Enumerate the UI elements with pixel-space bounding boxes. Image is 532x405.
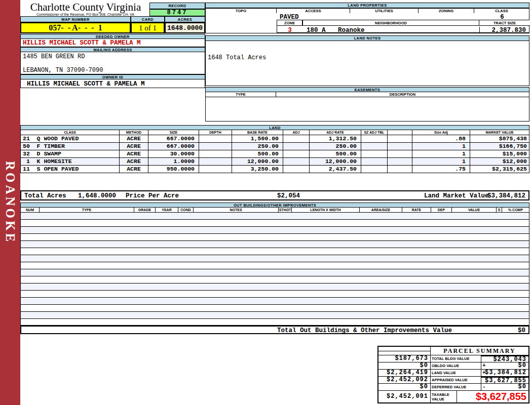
land-class: 11 S OPEN PAVED: [21, 166, 120, 173]
land-base-rate: 12,000.00: [232, 158, 283, 165]
land-blank: [388, 143, 412, 150]
land-size: 30.0000: [148, 150, 199, 157]
ps-value-text: $0: [518, 383, 526, 390]
ps-value-text: $0: [518, 362, 526, 369]
land-col-blank: [388, 130, 412, 135]
ps-op: -: [482, 384, 486, 390]
price-per-acre-label: Price Per Acre: [126, 192, 179, 199]
land-depth: [199, 150, 232, 157]
land-notes-text: 1648 Total Acres: [208, 54, 266, 61]
land-base-rate: 250.00: [232, 143, 283, 150]
land-row: 11 S OPEN PAVED ACRE 950.0000 3,250.00 2…: [21, 166, 529, 173]
ps-label-deferred: DEFERRED VALUE: [431, 384, 481, 391]
card-value: 1 of 1: [131, 22, 165, 33]
ob-col-rate: RATE: [402, 208, 431, 213]
land-adj: [283, 158, 310, 165]
land-market-value: $2,315,625: [470, 166, 529, 173]
zone-subtable: ZONE NEIGHBORHOOD TRACT SIZE 3 180 A Roa…: [277, 20, 529, 33]
land-row: 21 Q WOOD PAVED ACRE 667.0000 1,500.00 1…: [21, 135, 529, 143]
ps-value-total-bldg: $243,043: [481, 355, 528, 362]
tract-size-value: 2,387.830: [479, 27, 526, 33]
land-method: ACRE: [120, 143, 148, 150]
record-value: 8747: [149, 9, 205, 16]
land-depth: [199, 135, 232, 142]
land-adj-rate: 12,000.00: [310, 158, 361, 165]
ps-prior-deferred: $0: [378, 384, 431, 391]
land-row: 50 F TIMBER ACRE 667.0000 250.00 250.00 …: [21, 143, 529, 150]
land-market-value: $15,000: [470, 150, 529, 157]
page-title: Charlotte County Virginia: [22, 1, 149, 13]
land-method: ACRE: [120, 166, 148, 173]
land-method: ACRE: [120, 150, 148, 157]
map-number-value: 057- - A- - - 1: [20, 22, 131, 33]
land-size: 667.0000: [148, 143, 199, 150]
deeded-owner-label: DEEDED OWNER: [20, 34, 205, 39]
property-record-card: ROANOKE Charlotte County Virginia Commis…: [0, 0, 532, 405]
land-depth: [199, 158, 232, 165]
ps-value-appraised: $3,627,855: [481, 377, 528, 384]
land-properties-title: LAND PROPERTIES: [205, 3, 529, 8]
ps-label-total-bldg: TOTAL BLDG VALUE: [431, 355, 481, 362]
land-header-row: CLASS METHOD SIZE DEPTH BASE RATE ADJ AD…: [20, 130, 529, 135]
deeded-owner-value: HILLIS MICHAEL SCOTT & PAMELA M: [20, 39, 205, 47]
easements-description-label: DESCRIPTION: [276, 92, 529, 97]
land-adj: [283, 135, 310, 142]
land-method: ACRE: [120, 135, 148, 142]
land-col-base-rate: BASE RATE: [232, 130, 283, 135]
out-buildings-total-row: Total Out Buildings & Other Improvements…: [20, 326, 529, 334]
land-market-value: $875,438: [470, 135, 529, 142]
land-properties-values: PAVED 6 ZONE NEIGHBORHOOD TRACT SIZE 3 1…: [205, 13, 529, 33]
ob-col-s: S: [497, 208, 502, 213]
ps-value-deferred: - $0: [481, 384, 528, 391]
land-notes-box: 1648 Total Acres: [205, 41, 529, 86]
land-col-method: METHOD: [120, 130, 148, 135]
land-sz-adj-tbl: [361, 158, 388, 165]
land-sz-adj-tbl: [361, 135, 388, 142]
map-number-label: MAP NUMBER: [20, 16, 131, 22]
land-col-size-adj: Size Adj: [412, 130, 470, 135]
parcel-summary-title: PARCEL SUMMARY: [431, 347, 528, 355]
land-base-rate: 3,250.00: [232, 166, 283, 173]
land-market-value-total: $3,384,812: [487, 192, 525, 199]
land-size-adj: 1: [412, 143, 470, 150]
address-line-2: LEBANON, TN 37090-7090: [23, 67, 103, 74]
land-adj-rate: 2,437.50: [310, 166, 361, 173]
neighborhood-label: NEIGHBORHOOD: [302, 20, 479, 26]
ob-col-year: YEAR: [156, 208, 178, 213]
ob-col-dep: DEP: [431, 208, 452, 213]
zone-value: 3: [277, 27, 302, 34]
land-col-market-value: MARKET VALUE: [470, 130, 529, 135]
land-blank: [388, 150, 412, 157]
tract-size-label: TRACT SIZE: [479, 20, 530, 26]
neighborhood-code: 180 A: [307, 27, 326, 34]
land-adj-rate: 1,312.50: [310, 135, 361, 142]
land-method: ACRE: [120, 158, 148, 165]
land-notes-title: LAND NOTES: [205, 35, 529, 41]
land-title: LAND: [20, 125, 529, 130]
land-depth: [199, 166, 232, 173]
land-class: 32 D SWAMP: [21, 150, 120, 157]
easements-type-label: TYPE: [205, 92, 276, 97]
land-row: 1 K HOMESITE ACRE 1.0000 12,000.00 12,00…: [21, 158, 529, 166]
acres-value: 1648.0000: [165, 22, 205, 33]
land-col-adj-rate: ADJ RATE: [310, 130, 361, 135]
ps-prior-obldg: $0: [378, 362, 431, 370]
ps-prior-land: $2,264,419: [378, 370, 431, 377]
parcel-summary: PARCEL SUMMARY $187,673 TOTAL BLDG VALUE…: [377, 346, 529, 403]
ps-taxable-value: $3,627,855: [457, 391, 528, 402]
land-class: 1 K HOMESITE: [21, 158, 120, 165]
land-market-value-label: Land Market Value: [424, 192, 489, 199]
ob-col-pct-comp: % COMP: [502, 208, 529, 213]
land-sz-adj-tbl: [361, 143, 388, 150]
out-buildings-empty-rows: [20, 213, 529, 326]
acres-label: ACRES: [165, 16, 205, 22]
ps-op: +: [482, 362, 486, 369]
land-totals-row: Total Acres 1,648.0000 Price Per Acre $2…: [20, 190, 529, 200]
ps-header-left-top: [378, 347, 431, 351]
ob-col-num: NUM: [21, 208, 40, 213]
ps-label-obldg: OBLDG VALUE: [431, 362, 481, 370]
owner-id-value: HILLIS MICHAEL SCOTT & PAMELA M: [27, 80, 145, 88]
easements-body: [205, 97, 529, 122]
land-base-rate: 500.00: [232, 150, 283, 157]
land-col-depth: DEPTH: [199, 130, 232, 135]
